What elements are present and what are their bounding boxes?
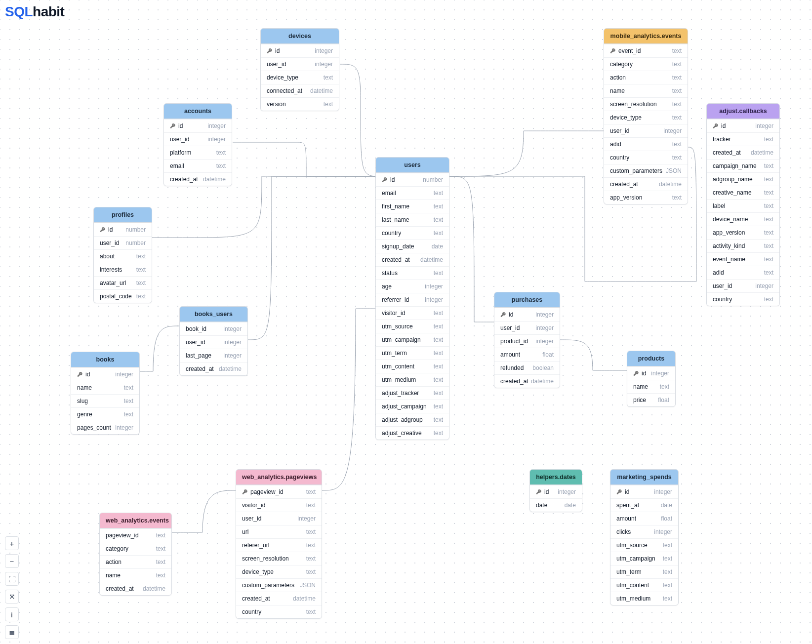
table-column[interactable]: utm_contenttext [610, 578, 678, 592]
table-header[interactable]: devices [261, 29, 339, 44]
table-column[interactable]: utm_termtext [610, 565, 678, 578]
table-column[interactable]: refundedboolean [494, 361, 560, 374]
table-column[interactable]: adjust_trackertext [376, 386, 449, 400]
table-column[interactable]: visitor_idtext [376, 306, 449, 320]
table-adjust_callbacks[interactable]: adjust.callbacks🔑idintegertrackertextcre… [706, 103, 780, 306]
table-column[interactable]: user_idinteger [604, 124, 688, 137]
table-column[interactable]: user_idinteger [164, 132, 232, 146]
table-column[interactable]: abouttext [94, 249, 152, 263]
table-column[interactable]: first_nametext [376, 200, 449, 213]
table-column[interactable]: categorytext [604, 57, 688, 71]
table-column[interactable]: platformtext [164, 146, 232, 159]
table-column[interactable]: pages_countinteger [71, 421, 139, 434]
fullscreen-button[interactable]: ⛶ [5, 572, 19, 586]
table-column[interactable]: adidtext [707, 266, 779, 279]
table-column[interactable]: device_typetext [261, 71, 339, 84]
table-column[interactable]: 🔑idnumber [94, 223, 152, 236]
table-column[interactable]: created_atdatetime [236, 592, 322, 605]
table-header[interactable]: books [71, 352, 139, 367]
table-column[interactable]: slugtext [71, 394, 139, 407]
table-header[interactable]: profiles [94, 207, 152, 223]
table-column[interactable]: book_idinteger [180, 322, 247, 335]
table-column[interactable]: 🔑idinteger [627, 366, 675, 380]
table-column[interactable]: screen_resolutiontext [604, 97, 688, 111]
table-column[interactable]: app_versiontext [707, 226, 779, 239]
table-column[interactable]: 🔑event_idtext [604, 44, 688, 57]
table-column[interactable]: user_idinteger [261, 57, 339, 71]
table-header[interactable]: marketing_spends [610, 470, 678, 485]
table-accounts[interactable]: accounts🔑idintegeruser_idintegerplatform… [163, 103, 232, 186]
table-column[interactable]: created_atdatetime [707, 146, 779, 159]
table-column[interactable]: campaign_nametext [707, 159, 779, 172]
table-header[interactable]: purchases [494, 292, 560, 308]
table-column[interactable]: device_typetext [236, 565, 322, 578]
table-column[interactable]: activity_kindtext [707, 239, 779, 252]
table-column[interactable]: datedate [530, 498, 582, 512]
table-column[interactable]: product_idinteger [494, 334, 560, 348]
table-profiles[interactable]: profiles🔑idnumberuser_idnumberabouttexti… [93, 207, 152, 303]
table-column[interactable]: categorytext [100, 542, 171, 555]
table-column[interactable]: postal_codetext [94, 289, 152, 303]
table-column[interactable]: utm_mediumtext [610, 592, 678, 605]
table-marketing_spends[interactable]: marketing_spends🔑idintegerspent_atdateam… [610, 469, 679, 605]
info-button[interactable]: i [5, 607, 19, 621]
table-column[interactable]: referer_urltext [236, 538, 322, 552]
table-column[interactable]: 🔑idinteger [707, 119, 779, 132]
table-helpers_dates[interactable]: helpers.dates🔑idintegerdatedate [529, 469, 582, 512]
table-column[interactable]: screen_resolutiontext [236, 552, 322, 565]
table-column[interactable]: nametext [627, 380, 675, 393]
zoom-out-button[interactable]: − [5, 554, 19, 568]
table-column[interactable]: urltext [236, 525, 322, 538]
table-column[interactable]: versiontext [261, 97, 339, 111]
table-column[interactable]: utm_mediumtext [376, 373, 449, 386]
table-column[interactable]: adjust_creativetext [376, 426, 449, 440]
table-column[interactable]: 🔑idnumber [376, 173, 449, 186]
table-column[interactable]: adjust_campaigntext [376, 400, 449, 413]
table-column[interactable]: utm_campaigntext [610, 552, 678, 565]
table-column[interactable]: countrytext [604, 151, 688, 164]
table-header[interactable]: accounts [164, 104, 232, 119]
table-column[interactable]: last_nametext [376, 213, 449, 226]
table-column[interactable]: emailtext [376, 186, 449, 200]
table-column[interactable]: emailtext [164, 159, 232, 172]
table-column[interactable]: utm_sourcetext [610, 538, 678, 552]
table-column[interactable]: trackertext [707, 132, 779, 146]
table-column[interactable]: utm_sourcetext [376, 320, 449, 333]
table-column[interactable]: nametext [71, 381, 139, 394]
table-header[interactable]: web_analytics.events [100, 513, 171, 528]
table-column[interactable]: 🔑idinteger [494, 308, 560, 321]
table-column[interactable]: amountfloat [610, 512, 678, 525]
table-column[interactable]: statustext [376, 266, 449, 280]
table-products[interactable]: products🔑idintegernametextpricefloat [627, 351, 676, 407]
table-header[interactable]: adjust.callbacks [707, 104, 779, 119]
table-column[interactable]: 🔑idinteger [610, 485, 678, 498]
table-header[interactable]: products [627, 351, 675, 366]
table-column[interactable]: user_idinteger [236, 512, 322, 525]
table-column[interactable]: user_idinteger [494, 321, 560, 334]
table-column[interactable]: avatar_urltext [94, 276, 152, 289]
database-button[interactable]: ≣ [5, 625, 19, 639]
table-column[interactable]: referrer_idinteger [376, 293, 449, 306]
table-web_analytics_events[interactable]: web_analytics.eventspageview_idtextcateg… [99, 513, 172, 596]
table-column[interactable]: intereststext [94, 263, 152, 276]
table-column[interactable]: adjust_adgrouptext [376, 413, 449, 426]
table-column[interactable]: user_idinteger [707, 279, 779, 292]
table-column[interactable]: 🔑idinteger [261, 44, 339, 57]
table-devices[interactable]: devices🔑idintegeruser_idintegerdevice_ty… [260, 28, 339, 111]
table-column[interactable]: custom_parametersJSON [236, 578, 322, 592]
table-column[interactable]: 🔑pageview_idtext [236, 485, 322, 498]
table-column[interactable]: connected_atdatetime [261, 84, 339, 97]
table-column[interactable]: spent_atdate [610, 498, 678, 512]
table-column[interactable]: user_idnumber [94, 236, 152, 249]
table-column[interactable]: app_versiontext [604, 191, 688, 204]
table-column[interactable]: created_atdatetime [376, 253, 449, 266]
fit-button[interactable]: ⤧ [5, 590, 19, 604]
table-column[interactable]: nametext [100, 568, 171, 582]
table-column[interactable]: custom_parametersJSON [604, 164, 688, 177]
table-column[interactable]: signup_datedate [376, 240, 449, 253]
table-column[interactable]: device_typetext [604, 111, 688, 124]
table-books[interactable]: books🔑idintegernametextslugtextgenretext… [71, 352, 140, 435]
table-column[interactable]: pageview_idtext [100, 528, 171, 542]
table-column[interactable]: pricefloat [627, 393, 675, 406]
table-column[interactable]: amountfloat [494, 348, 560, 361]
